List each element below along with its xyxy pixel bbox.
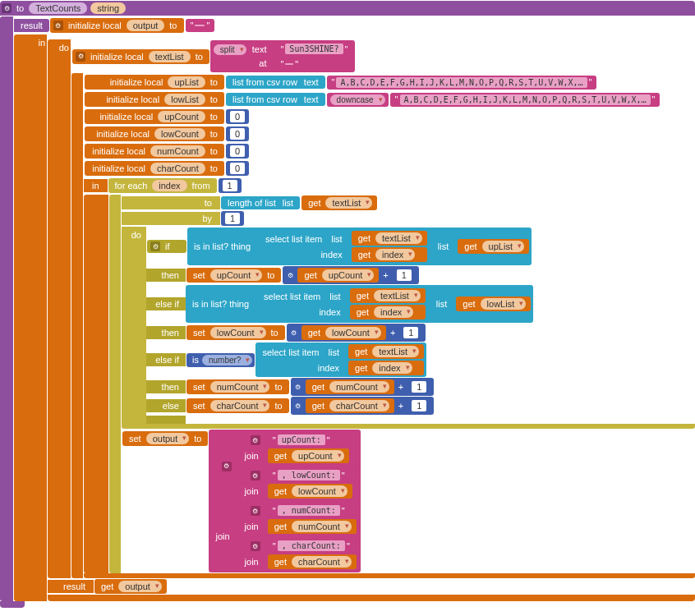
num-0c[interactable]: 0 bbox=[226, 144, 249, 159]
split-block[interactable]: split text at Sun3SHINE? bbox=[210, 40, 356, 72]
set-lowcount[interactable]: set lowCount to bbox=[186, 325, 285, 340]
init-textlist[interactable]: ⚙ initialize local textList to bbox=[72, 49, 209, 64]
add-1d[interactable]: ⚙ getcharCount + 1 bbox=[291, 397, 435, 415]
set-charcount[interactable]: set charCount to bbox=[186, 398, 289, 413]
get-output-final[interactable]: get output bbox=[94, 579, 167, 594]
init-uplist[interactable]: initialize local upList to bbox=[85, 75, 224, 90]
split-text[interactable]: Sun3SHINE? bbox=[275, 42, 352, 56]
gear-icon[interactable]: ⚙ bbox=[222, 462, 232, 471]
gear-icon[interactable]: ⚙ bbox=[76, 52, 85, 62]
purple-bar bbox=[0, 16, 13, 601]
orange-do-bar: do bbox=[48, 39, 71, 578]
is-in-list-low[interactable]: is in list? thing select list item list bbox=[186, 285, 533, 323]
join-outer[interactable]: ⚙join ⚙join upCount: bbox=[209, 430, 360, 572]
gear-icon[interactable]: ⚙ bbox=[285, 270, 295, 280]
gear-icon[interactable]: ⚙ bbox=[53, 21, 63, 30]
num-0d[interactable]: 0 bbox=[226, 161, 249, 176]
init-output-block[interactable]: ⚙ initialize local output to bbox=[50, 18, 184, 33]
gear-icon[interactable]: ⚙ bbox=[150, 241, 160, 251]
select-item-1[interactable]: select list item list index gettextList bbox=[259, 229, 430, 264]
gear-icon[interactable]: ⚙ bbox=[293, 382, 303, 392]
csv-row-low[interactable]: list from csv row text bbox=[226, 93, 325, 106]
add-1a[interactable]: ⚙ getupCount + 1 bbox=[283, 266, 418, 284]
num-0b[interactable]: 0 bbox=[226, 126, 249, 141]
split-at[interactable] bbox=[275, 57, 352, 71]
add-1b[interactable]: ⚙ getlowCount + 1 bbox=[287, 324, 426, 342]
num-0[interactable]: 0 bbox=[226, 109, 249, 124]
get-textlist[interactable]: get textList bbox=[301, 195, 377, 210]
init-upcount[interactable]: initialize local upCount to bbox=[85, 109, 224, 124]
set-numcount[interactable]: set numCount to bbox=[186, 379, 289, 394]
result-keyword: result bbox=[21, 21, 43, 30]
string-literal[interactable] bbox=[186, 19, 215, 32]
if-block[interactable]: ⚙ if is in list? thing bbox=[146, 228, 695, 424]
alpha-lower[interactable]: A,B,C,D,E,F,G,H,I,J,K,L,M,N,O,P,Q,R,S,T,… bbox=[390, 93, 660, 107]
is-number[interactable]: is number? bbox=[186, 353, 255, 367]
set-output[interactable]: set output to bbox=[122, 431, 208, 446]
proc-name[interactable]: TextCounts bbox=[29, 2, 87, 14]
length-of-list[interactable]: length of list list bbox=[221, 196, 300, 209]
gear-icon[interactable]: ⚙ bbox=[293, 401, 303, 411]
gear-icon[interactable]: ⚙ bbox=[289, 328, 299, 338]
foreach-header[interactable]: for each index from bbox=[108, 178, 217, 193]
init-numcount[interactable]: initialize local numCount to bbox=[85, 144, 224, 159]
init-lowlist[interactable]: initialize local lowList to bbox=[85, 92, 224, 107]
gear-icon[interactable]: ⚙ bbox=[2, 3, 12, 13]
set-upcount[interactable]: set upCount to bbox=[186, 268, 281, 283]
alpha-upper[interactable]: A,B,C,D,E,F,G,H,I,J,K,L,M,N,O,P,Q,R,S,T,… bbox=[327, 76, 597, 90]
proc-arg[interactable]: string bbox=[90, 2, 126, 14]
add-1c[interactable]: ⚙ getnumCount + 1 bbox=[291, 378, 435, 396]
downcase-block[interactable]: downcase bbox=[327, 93, 389, 107]
to-keyword: to bbox=[16, 3, 24, 13]
is-in-list-up[interactable]: is in list? thing select list item list bbox=[187, 228, 532, 265]
split-dropdown[interactable]: split bbox=[214, 44, 246, 55]
init-lowcount[interactable]: initialize local lowCount to bbox=[85, 126, 224, 141]
init-charcount[interactable]: initialize local charCount to bbox=[85, 161, 224, 176]
procedure-block[interactable]: ⚙ to TextCounts string result ⚙ initiali… bbox=[0, 1, 695, 608]
orange-bar: in bbox=[14, 34, 47, 601]
csv-row-up[interactable]: list from csv row text bbox=[226, 76, 325, 89]
output-var[interactable]: output bbox=[127, 20, 165, 31]
